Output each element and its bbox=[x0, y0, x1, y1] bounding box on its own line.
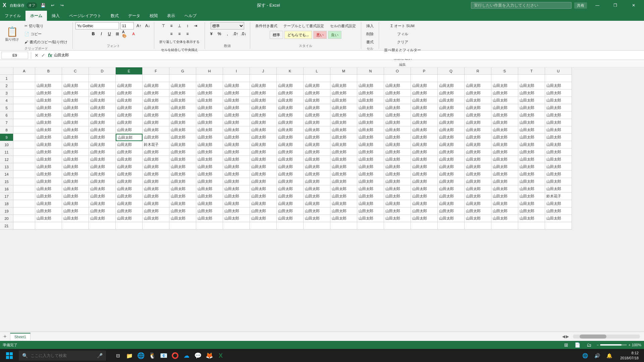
cell-H19[interactable]: 山田太郎 bbox=[196, 207, 223, 215]
cell-C10[interactable]: 山田太郎 bbox=[62, 141, 89, 148]
microphone-icon[interactable]: 🎤 bbox=[97, 353, 103, 358]
cell-F17[interactable]: 山田太郎 bbox=[143, 193, 169, 200]
cell-C9[interactable]: 山田太郎 bbox=[62, 134, 89, 141]
cell-T2[interactable]: 山田太郎 bbox=[518, 82, 545, 89]
cell-U18[interactable]: 山田太郎 bbox=[545, 200, 572, 207]
cell-K18[interactable]: 山田太郎 bbox=[277, 200, 304, 207]
cell-P4[interactable]: 山田太郎 bbox=[411, 97, 438, 104]
cell-A1[interactable] bbox=[13, 75, 35, 82]
cell-P16[interactable]: 山田太郎 bbox=[411, 185, 438, 193]
cell-O3[interactable]: 山田太郎 bbox=[384, 89, 411, 97]
cell-U2[interactable]: 山田太郎 bbox=[545, 82, 572, 89]
ribbon-tab-ヘルプ[interactable]: ヘルプ bbox=[180, 11, 201, 21]
cell-K9[interactable]: 山田太郎 bbox=[277, 134, 304, 141]
row-num-8[interactable]: 8 bbox=[0, 126, 13, 134]
col-header-I[interactable]: I bbox=[223, 67, 250, 75]
cell-G12[interactable]: 山田太郎 bbox=[169, 156, 196, 163]
row-num-9[interactable]: 9 bbox=[0, 134, 13, 141]
cell-E3[interactable]: 山田太郎 bbox=[116, 89, 143, 97]
confirm-formula-icon[interactable]: ✓ bbox=[41, 53, 46, 58]
col-header-K[interactable]: K bbox=[277, 67, 304, 75]
cell-Q7[interactable]: 山田太郎 bbox=[438, 119, 465, 126]
cell-P13[interactable]: 山田太郎 bbox=[411, 163, 438, 171]
cell-C3[interactable]: 山田太郎 bbox=[62, 89, 89, 97]
cell-D13[interactable]: 山田太郎 bbox=[89, 163, 116, 171]
cell-K7[interactable]: 山田太郎 bbox=[277, 119, 304, 126]
cell-A11[interactable] bbox=[13, 148, 35, 156]
delete-cells-button[interactable]: 削除 bbox=[364, 30, 376, 38]
cell-U4[interactable]: 山田太郎 bbox=[545, 97, 572, 104]
cell-C2[interactable]: 山田太郎 bbox=[62, 82, 89, 89]
cell-K5[interactable]: 山田太郎 bbox=[277, 104, 304, 112]
app8-button[interactable]: 🦊 bbox=[204, 349, 215, 362]
cell-J17[interactable]: 山田太郎 bbox=[250, 193, 277, 200]
cell-Q11[interactable]: 山田太郎 bbox=[438, 148, 465, 156]
cell-L2[interactable]: 山田太郎 bbox=[304, 82, 330, 89]
network-icon[interactable]: 🌐 bbox=[580, 349, 591, 362]
text-direction-button[interactable]: ↕ bbox=[184, 22, 191, 29]
cell-O5[interactable]: 山田太郎 bbox=[384, 104, 411, 112]
cell-P9[interactable]: 山田太郎 bbox=[411, 134, 438, 141]
cell-I16[interactable]: 山田太郎 bbox=[223, 185, 250, 193]
cell-M7[interactable]: 山田太郎 bbox=[330, 119, 357, 126]
cell-S20[interactable]: 山田太郎 bbox=[491, 215, 518, 222]
cell-H12[interactable]: 山田太郎 bbox=[196, 156, 223, 163]
cell-B6[interactable]: 山田太郎 bbox=[35, 112, 62, 119]
cell-P19[interactable]: 山田太郎 bbox=[411, 207, 438, 215]
ribbon-tab-ファイル[interactable]: ファイル bbox=[0, 11, 25, 21]
cell-M5[interactable]: 山田太郎 bbox=[330, 104, 357, 112]
cell-O11[interactable]: 山田太郎 bbox=[384, 148, 411, 156]
style-bad-box[interactable]: 悪い bbox=[313, 31, 327, 39]
save-button[interactable]: 💾 bbox=[39, 1, 47, 9]
cell-M14[interactable]: 山田太郎 bbox=[330, 171, 357, 178]
cell-M8[interactable]: 山田太郎 bbox=[330, 126, 357, 134]
cell-T9[interactable]: 山田太郎 bbox=[518, 134, 545, 141]
cell-P20[interactable]: 山田太郎 bbox=[411, 215, 438, 222]
cell-Q1[interactable] bbox=[438, 75, 465, 82]
undo-button[interactable]: ↩ bbox=[49, 1, 57, 9]
cell-Q3[interactable]: 山田太郎 bbox=[438, 89, 465, 97]
cell-R4[interactable]: 山田太郎 bbox=[465, 97, 491, 104]
cell-C5[interactable]: 山田太郎 bbox=[62, 104, 89, 112]
cell-F5[interactable]: 山田太郎 bbox=[143, 104, 169, 112]
cell-D7[interactable]: 山田太郎 bbox=[89, 119, 116, 126]
cell-S21[interactable] bbox=[491, 222, 518, 230]
row-num-2[interactable]: 2 bbox=[0, 82, 13, 89]
col-header-S[interactable]: S bbox=[491, 67, 518, 75]
row-num-14[interactable]: 14 bbox=[0, 171, 13, 178]
cell-O10[interactable]: 山田太郎 bbox=[384, 141, 411, 148]
cell-Q8[interactable]: 山田太郎 bbox=[438, 126, 465, 134]
cell-K6[interactable]: 山田太郎 bbox=[277, 112, 304, 119]
cell-O19[interactable]: 山田太郎 bbox=[384, 207, 411, 215]
cell-S5[interactable]: 山田太郎 bbox=[491, 104, 518, 112]
cell-L9[interactable]: 山田太郎 bbox=[304, 134, 330, 141]
cell-B12[interactable]: 山田太郎 bbox=[35, 156, 62, 163]
ribbon-tab-ページレイアウト[interactable]: ページレイアウト bbox=[64, 11, 106, 21]
cell-L4[interactable]: 山田太郎 bbox=[304, 97, 330, 104]
cell-Q19[interactable]: 山田太郎 bbox=[438, 207, 465, 215]
cell-R21[interactable] bbox=[465, 222, 491, 230]
cell-G10[interactable]: 山田太郎 bbox=[169, 141, 196, 148]
align-right-button[interactable]: ≡ bbox=[184, 30, 191, 38]
cell-J2[interactable]: 山田太郎 bbox=[250, 82, 277, 89]
cell-B5[interactable]: 山田太郎 bbox=[35, 104, 62, 112]
row-num-5[interactable]: 5 bbox=[0, 104, 13, 112]
cell-F19[interactable]: 山田太郎 bbox=[143, 207, 169, 215]
line-button[interactable]: 💬 bbox=[193, 349, 203, 362]
cell-G6[interactable]: 山田太郎 bbox=[169, 112, 196, 119]
cell-O18[interactable]: 山田太郎 bbox=[384, 200, 411, 207]
cell-H8[interactable]: 山田太郎 bbox=[196, 126, 223, 134]
cell-R9[interactable]: 山田太郎 bbox=[465, 134, 491, 141]
page-break-button[interactable]: 🗂 bbox=[585, 341, 593, 349]
cell-J9[interactable]: 山田太郎 bbox=[250, 134, 277, 141]
cell-E8[interactable]: 山田太郎 bbox=[116, 126, 143, 134]
sheet1-tab[interactable]: Sheet1 bbox=[10, 333, 31, 340]
cell-R16[interactable]: 山田太郎 bbox=[465, 185, 491, 193]
cell-U11[interactable]: 山田太郎 bbox=[545, 148, 572, 156]
cell-C15[interactable]: 山田太郎 bbox=[62, 178, 89, 185]
cell-U21[interactable] bbox=[545, 222, 572, 230]
cell-J16[interactable]: 山田太郎 bbox=[250, 185, 277, 193]
cell-P7[interactable]: 山田太郎 bbox=[411, 119, 438, 126]
cell-B15[interactable]: 山田太郎 bbox=[35, 178, 62, 185]
cell-D10[interactable]: 山田太郎 bbox=[89, 141, 116, 148]
